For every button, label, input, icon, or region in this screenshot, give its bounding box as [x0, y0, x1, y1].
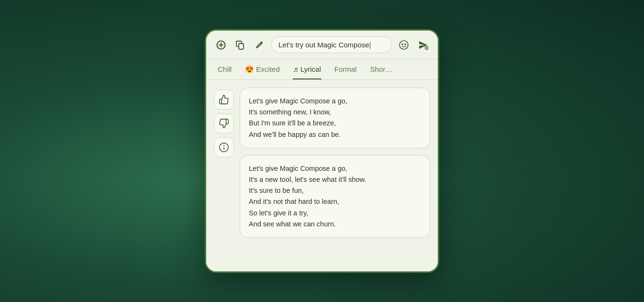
- input-text: Let's try out Magic Compose: [278, 41, 371, 49]
- message-bubble-2: Let's give Magic Compose a go, It's a ne…: [240, 155, 430, 238]
- tab-chill[interactable]: Chill: [211, 59, 238, 79]
- edit-button[interactable]: [251, 37, 267, 53]
- emoji-button[interactable]: [396, 37, 412, 53]
- info-button[interactable]: [214, 137, 234, 157]
- content-area: Let's give Magic Compose a go, It's some…: [206, 80, 438, 271]
- msg1-line4: And we'll be happy as can be.: [249, 129, 421, 140]
- add-button[interactable]: [213, 37, 229, 53]
- msg2-line2: It's a new tool, let's see what it'll sh…: [249, 174, 421, 185]
- header-left-icons: [213, 37, 267, 53]
- msg2-line3: It's sure to be fun,: [249, 185, 421, 196]
- svg-point-4: [400, 41, 408, 49]
- msg2-line1: Let's give Magic Compose a go,: [249, 163, 421, 174]
- send-button[interactable]: [415, 37, 431, 53]
- thumbs-down-button[interactable]: [214, 113, 234, 134]
- thumbs-up-button[interactable]: [214, 89, 234, 110]
- header-right-icons: [396, 37, 431, 53]
- svg-point-6: [405, 44, 406, 45]
- msg2-line5: So let's give it a try,: [249, 208, 421, 219]
- msg2-line6: And see what we can churn.: [249, 219, 421, 230]
- tab-formal[interactable]: Formal: [328, 59, 364, 79]
- svg-point-5: [402, 44, 403, 45]
- header: Let's try out Magic Compose: [206, 31, 438, 59]
- messages-area: Let's give Magic Compose a go, It's some…: [240, 88, 430, 264]
- msg1-line1: Let's give Magic Compose a go,: [249, 96, 421, 107]
- tab-short[interactable]: Shor…: [363, 59, 399, 79]
- side-actions: [214, 88, 234, 264]
- msg1-line2: It's something new, I know,: [249, 107, 421, 118]
- style-tabs: Chill 😍 Excited ♬ Lyrical Formal Shor…: [206, 59, 438, 80]
- msg1-line3: But I'm sure it'll be a breeze,: [249, 118, 421, 129]
- copy-button[interactable]: [232, 37, 248, 53]
- msg2-line4: And it's not that hard to learn,: [249, 196, 421, 207]
- svg-rect-3: [239, 44, 244, 49]
- message-bubble-1: Let's give Magic Compose a go, It's some…: [240, 88, 430, 148]
- magic-compose-panel: Let's try out Magic Compose: [205, 29, 439, 273]
- tab-excited[interactable]: 😍 Excited: [238, 59, 286, 79]
- compose-input[interactable]: Let's try out Magic Compose: [271, 36, 392, 53]
- tab-lyrical[interactable]: ♬ Lyrical: [287, 59, 328, 79]
